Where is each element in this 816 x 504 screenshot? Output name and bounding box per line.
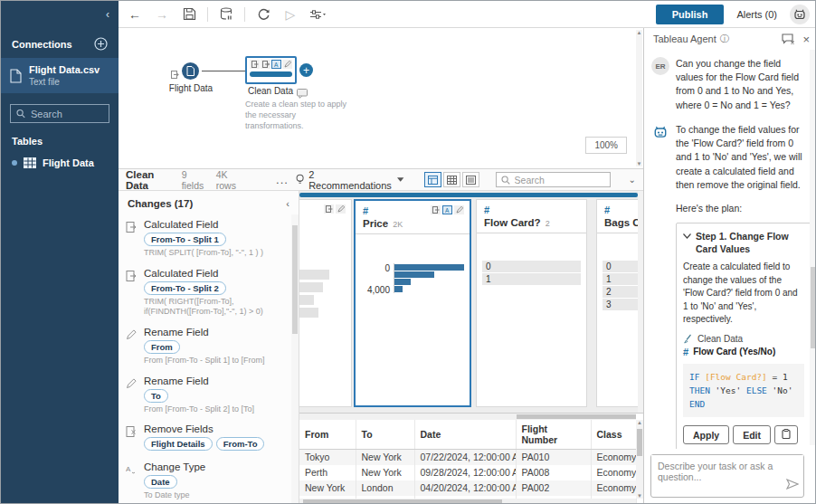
collapse-pane-icon[interactable]: ⌄ [629,175,636,185]
refresh-icon[interactable] [254,5,272,24]
agent-avatar [651,123,669,141]
scroll-up-icon[interactable]: ▲ [636,420,643,425]
send-icon[interactable] [786,477,799,493]
change-item[interactable]: Remove Fields Flight Details From-To [119,419,299,457]
apply-button[interactable]: Apply [683,425,729,444]
sidebar-item-flight-data[interactable]: Flight Data [1,152,119,174]
change-item[interactable]: Calculated Field From-To - Split 1 TRIM(… [119,214,299,263]
field-pill[interactable]: Flight Details [144,437,213,451]
column-header[interactable]: From [299,420,356,450]
doc-out-icon[interactable] [431,205,441,214]
number-type-icon[interactable]: # [604,204,610,215]
column-header[interactable]: Class [591,420,636,450]
flow-node-flight-data[interactable] [182,62,199,80]
more-options-button[interactable]: ... [276,173,289,186]
agent-input-textarea[interactable] [651,455,803,482]
table-icon [24,157,36,168]
edit-mini-icon[interactable] [282,60,292,69]
field-pill[interactable]: From-To [216,437,265,451]
scroll-up-icon[interactable]: ▲ [636,30,642,35]
field-pill[interactable]: To [144,389,168,403]
grid-horizontal-scrollbar-bottom[interactable] [299,499,636,504]
collapse-sidebar-icon[interactable]: ‹ [106,8,109,21]
copy-button[interactable] [774,425,798,444]
edit-button[interactable]: Edit [733,425,771,444]
agent-scrollbar[interactable] [810,50,816,445]
doc-out-icon[interactable] [324,204,334,214]
column-header[interactable]: To [356,420,414,450]
table-row[interactable]: PerthNew York09/28/2024, 12:00:00 AMPA00… [299,465,636,480]
redo-icon[interactable]: → [153,5,171,24]
field-pill[interactable]: Date [144,475,177,489]
grid-vertical-scrollbar[interactable]: ▲ ▼ [636,420,643,499]
info-icon[interactable]: ⓘ [720,33,729,45]
table-row[interactable]: TokyoNew York07/22/2024, 12:00:00 AMPA01… [299,450,636,465]
add-connection-icon[interactable] [94,37,108,51]
flow-node-clean-data[interactable]: A [245,56,297,84]
change-item[interactable]: Rename Field To From [From-To - Split 2]… [119,371,299,420]
number-type-icon[interactable]: # [363,205,368,216]
run-flow-icon[interactable]: ▷ [281,5,299,24]
change-type-mini-icon[interactable]: A [442,205,452,214]
add-step-button[interactable]: + [299,63,313,77]
histogram-bar[interactable] [394,286,403,292]
change-item[interactable]: A Change Type Date To Date type [119,457,299,504]
flow-vertical-scrollbar[interactable]: ▲ ▼ [636,30,642,166]
agent-input-box[interactable] [650,454,804,498]
histogram-bar[interactable] [394,271,434,278]
publish-button[interactable]: Publish [656,5,725,24]
histogram-bar[interactable] [394,264,464,271]
field-pill[interactable]: From [144,340,180,354]
close-icon[interactable]: × [802,33,810,46]
edit-icon[interactable] [454,205,464,214]
grid-horizontal-scrollbar-top[interactable] [299,414,636,420]
change-item[interactable]: Rename Field From From [From-To - Split … [119,322,299,371]
changes-scrollbar[interactable] [291,214,299,504]
profile-scroll-indicator[interactable] [299,193,638,197]
settings-sliders-icon[interactable] [308,5,327,24]
save-icon[interactable] [180,5,198,24]
column-header[interactable]: Flight Number [516,420,591,450]
price-histogram[interactable]: 0 4,000 [356,263,470,293]
value-row[interactable]: 0 [482,261,581,272]
connection-item-flight-data[interactable]: Flight Data.csv Text file [1,58,119,93]
field-pill[interactable]: From-To - Split 1 [144,233,226,246]
value-row[interactable]: 1 [482,273,581,285]
profile-view-button[interactable] [424,172,441,187]
histogram-bar[interactable] [394,279,411,285]
clear-conversation-icon[interactable] [782,33,795,44]
field-pane-flow-card[interactable]: # Flow Card? 2 0 1 [476,199,587,407]
flow-connector [202,71,245,71]
edit-icon[interactable] [336,204,346,214]
sidebar-search[interactable] [10,104,109,123]
sidebar-search-input[interactable] [31,109,103,119]
alerts-button[interactable]: Alerts (0) [736,9,777,20]
list-view-button[interactable] [462,172,479,187]
undo-icon[interactable]: ← [126,5,144,24]
recommendations-button[interactable]: 2 Recommendations [296,169,404,191]
field-pane-bags-checked[interactable]: # Bags Checked 0 1 2 3 [596,199,643,407]
field-pill[interactable]: From-To - Split 2 [144,281,226,295]
tables-label: Tables [1,123,119,152]
new-rows-icon[interactable] [250,60,260,69]
field-pane-partial[interactable] [299,199,352,407]
flow-canvas[interactable]: Flight Data A + Clean Data Create a clea… [119,28,643,169]
flow-node-label-flight-data: Flight Data [162,83,220,93]
grid-view-button[interactable] [443,172,460,187]
output-icon[interactable] [261,60,270,69]
agent-toggle-button[interactable] [790,5,810,24]
scroll-down-icon[interactable]: ▼ [636,493,643,499]
number-type-icon[interactable]: # [484,204,489,215]
collapse-changes-icon[interactable]: ‹ [286,198,289,209]
field-pane-price[interactable]: # A Price 2K 0 4,000 [354,199,471,407]
column-header[interactable]: Date [414,420,516,450]
fields-search-input[interactable] [515,175,605,185]
pause-data-icon[interactable] [217,5,235,24]
scroll-down-icon[interactable]: ▼ [636,161,642,166]
change-type-mini-icon[interactable]: A [271,60,281,69]
table-row[interactable]: New YorkLondon04/20/2024, 12:00:00 AMPA0… [299,480,636,496]
step1-header[interactable]: Step 1. Change Flow Card Values [683,231,804,255]
fields-search[interactable] [496,172,611,187]
change-item[interactable]: Calculated Field From-To - Split 2 TRIM(… [119,263,299,322]
calculated-field-icon [126,220,137,236]
